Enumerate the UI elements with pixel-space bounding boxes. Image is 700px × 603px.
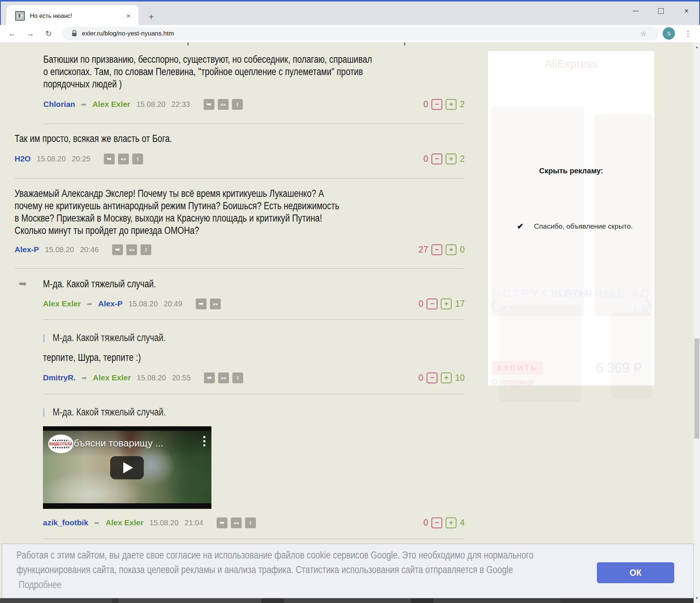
- upvote-button[interactable]: +: [446, 244, 456, 255]
- lock-icon: [72, 33, 77, 36]
- author-link[interactable]: H2O: [15, 154, 31, 163]
- comment-time: 20:46: [80, 245, 99, 254]
- quote-icon[interactable]: «»: [210, 299, 221, 309]
- author-link[interactable]: azik_footbik: [43, 518, 88, 527]
- bookmark-star-icon[interactable]: ☆: [640, 30, 647, 38]
- video-title[interactable]: Объясни товарищу ...: [66, 437, 163, 449]
- ghost-ad-image: [595, 114, 652, 316]
- video-menu-icon[interactable]: [203, 436, 205, 446]
- upvote-count: 2: [460, 99, 465, 109]
- comment-divider: [15, 268, 465, 269]
- cookie-text-line2: функционирования сайта, показа целевой р…: [16, 564, 513, 576]
- upvote-button[interactable]: +: [441, 299, 452, 309]
- back-button[interactable]: ←: [7, 28, 18, 39]
- scroll-up-arrow[interactable]: ▲: [694, 44, 700, 50]
- reply-icon[interactable]: ➥: [112, 244, 123, 255]
- cookie-more-link[interactable]: Подробнее: [19, 579, 62, 591]
- upvote-button[interactable]: +: [446, 99, 456, 110]
- comment-divider: [43, 124, 465, 124]
- profile-avatar[interactable]: S: [663, 27, 675, 40]
- scroll-down-arrow[interactable]: ▼: [694, 595, 700, 601]
- reply-to-author-link[interactable]: Alex Exler: [92, 100, 130, 109]
- reply-to-author-link[interactable]: Alex-P: [98, 299, 123, 308]
- address-bar[interactable]: exler.ru/blog/no-yest-nyuans.htm ☆: [62, 27, 659, 40]
- upvote-button[interactable]: +: [441, 372, 452, 383]
- reply-to-author-link[interactable]: Alex Exler: [106, 518, 144, 527]
- upvote-count: 2: [460, 154, 465, 164]
- maximize-button[interactable]: [655, 6, 666, 16]
- reply-icon[interactable]: ➥: [204, 372, 215, 383]
- browser-tab[interactable]: E Но есть нюанс! ✕: [6, 5, 139, 27]
- complain-icon[interactable]: !: [232, 99, 243, 110]
- author-link[interactable]: Chlorian: [43, 100, 75, 109]
- author-link[interactable]: Alex Exler: [43, 299, 81, 308]
- reply-icon[interactable]: ➥: [196, 299, 207, 309]
- new-tab-button[interactable]: +: [146, 11, 157, 22]
- reply-to-arrow-icon: ➦: [81, 100, 86, 108]
- minimize-button[interactable]: —: [630, 6, 641, 16]
- scrollbar[interactable]: ▲ ▼: [694, 42, 700, 603]
- cookie-ok-button[interactable]: ОК: [597, 562, 674, 583]
- downvote-button[interactable]: −: [431, 99, 442, 110]
- author-link[interactable]: DmitryR.: [43, 373, 76, 382]
- comment-meta-row: Chlorian ➦ Alex Exler 15.08.20 22:33 ➥ «…: [43, 99, 465, 110]
- ad-hidden-confirmation: ✔ Спасибо, объявление скрыто.: [517, 222, 633, 231]
- comment-date: 15.08.20: [136, 100, 165, 109]
- comment-date: 15.08.20: [137, 374, 166, 382]
- downvote-button[interactable]: −: [427, 299, 437, 309]
- close-button[interactable]: ✕: [681, 6, 692, 16]
- quote-bar: [43, 334, 44, 342]
- author-link[interactable]: Alex-P: [15, 245, 39, 254]
- url-text[interactable]: exler.ru/blog/no-yest-nyuans.htm: [82, 30, 174, 37]
- upvote-count: 10: [455, 373, 465, 383]
- upvote-button[interactable]: +: [446, 517, 456, 528]
- downvote-count: 0: [419, 373, 424, 383]
- tab-close-icon[interactable]: ✕: [124, 12, 133, 20]
- reply-icon[interactable]: ➥: [104, 154, 115, 164]
- reply-icon[interactable]: ➥: [217, 517, 227, 528]
- complain-icon[interactable]: !: [140, 244, 151, 255]
- reply-to-arrow-icon: ➦: [87, 300, 92, 308]
- play-button[interactable]: [110, 456, 144, 479]
- downvote-count: 0: [423, 518, 428, 528]
- downvote-button[interactable]: −: [431, 244, 442, 255]
- quote-icon[interactable]: «»: [218, 99, 229, 110]
- comment-meta-row: Alex Exler ➦ Alex-P 15.08.20 20:49 ➥ «» …: [43, 298, 465, 309]
- downvote-count: 0: [419, 299, 424, 309]
- complain-icon[interactable]: !: [245, 517, 256, 528]
- comment-time: 20:25: [72, 155, 90, 163]
- quote-icon[interactable]: «»: [231, 517, 242, 528]
- reply-icon[interactable]: ➥: [204, 99, 214, 110]
- browser-menu-icon[interactable]: ⋮: [684, 28, 693, 39]
- complain-icon[interactable]: !: [232, 372, 243, 383]
- quoted-text: М-да. Какой тяжелый случай.: [53, 332, 166, 344]
- downvote-button[interactable]: −: [427, 372, 437, 383]
- downvote-button[interactable]: −: [431, 517, 442, 528]
- comment-date: 15.08.20: [45, 245, 74, 254]
- downvote-count: 27: [419, 245, 428, 255]
- forward-button[interactable]: →: [25, 28, 36, 39]
- reply-to-author-link[interactable]: Alex Exler: [93, 373, 131, 382]
- quote-icon[interactable]: «»: [126, 244, 137, 255]
- downvote-button[interactable]: −: [431, 154, 442, 164]
- scrollbar-thumb[interactable]: [694, 338, 699, 439]
- quote-icon[interactable]: «»: [218, 372, 229, 383]
- play-icon: [123, 462, 133, 473]
- comment-divider: [43, 394, 465, 394]
- upvote-count: 0: [460, 245, 465, 255]
- reply-to-arrow-icon: ➦: [82, 374, 87, 382]
- comment-time: 22:33: [171, 100, 190, 109]
- ghost-ad-image: [611, 312, 652, 398]
- comment-divider: [43, 539, 465, 539]
- upvote-count: 17: [455, 299, 465, 309]
- reload-button[interactable]: ↻: [43, 28, 54, 39]
- comment-time: 20:49: [164, 300, 182, 308]
- ad-panel: AliExpress Скрыть рекламу: ✔ Спасибо, об…: [487, 50, 655, 386]
- upvote-button[interactable]: +: [446, 154, 456, 164]
- complain-icon[interactable]: !: [132, 154, 143, 164]
- embedded-video-player[interactable]: ВИДЕОТЕКА Объясни товарищу ...: [43, 426, 211, 509]
- comment-meta-row: DmitryR. ➦ Alex Exler 15.08.20 20:55 ➥ «…: [43, 372, 465, 383]
- comment-date: 15.08.20: [149, 519, 179, 527]
- quote-icon[interactable]: «»: [118, 154, 129, 164]
- comment-text: М-да. Какой тяжелый случай.: [43, 278, 374, 290]
